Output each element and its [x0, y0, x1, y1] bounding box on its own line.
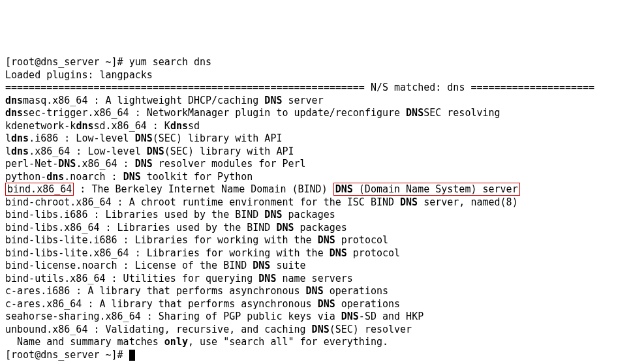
result-pre: l	[5, 145, 11, 157]
result-text: operations	[324, 285, 388, 297]
match-keyword: DNS	[253, 260, 270, 271]
result-text: c-ares.x86_64 : A library that performs …	[5, 298, 318, 310]
match-keyword: DNS	[258, 273, 276, 284]
match-keyword: DNS	[264, 95, 282, 106]
match-keyword: DNS	[147, 145, 164, 157]
result-text: (Domain Name System) server	[353, 183, 518, 195]
command-line: [root@dns_server ~]# yum search dns	[5, 56, 626, 69]
result-text: (SEC) library with API	[164, 145, 294, 157]
result-row: c-ares.i686 : A library that performs as…	[5, 285, 626, 298]
result-text: c-ares.i686 : A library that performs as…	[5, 285, 306, 297]
result-row: perl-Net-DNS.x86_64 : DNS resolver modul…	[5, 158, 626, 171]
match-keyword: DNS	[330, 247, 347, 259]
result-text: -SD and HKP	[359, 311, 423, 322]
result-text: bind-libs.x86_64 : Libraries used by the…	[5, 222, 276, 234]
result-text: toolkit for Python	[141, 171, 253, 183]
result-text: suite	[270, 260, 305, 271]
shell-prompt[interactable]: [root@dns_server ~]#	[5, 349, 129, 361]
match-keyword: DNS	[123, 171, 141, 183]
result-text: seahorse-sharing.x86_64 : Sharing of PGP…	[5, 311, 341, 322]
result-text: server	[282, 95, 323, 106]
match-keyword: dns	[11, 132, 29, 144]
result-text: bind-libs-lite.x86_64 : Libraries for wo…	[5, 247, 330, 259]
result-text: bind-libs-lite.i686 : Libraries for work…	[5, 234, 318, 246]
result-row: bind-libs-lite.x86_64 : Libraries for wo…	[5, 247, 626, 260]
match-keyword: DNS	[306, 285, 324, 297]
separator-right: =====================	[465, 82, 594, 93]
result-text: unbound.x86_64 : Validating, recursive, …	[5, 324, 312, 335]
result-text: bind-libs.i686 : Libraries used by the B…	[5, 209, 264, 220]
result-row: kdenetwork-kdnssd.x86_64 : Kdnssd	[5, 120, 626, 133]
footer-only: only	[164, 336, 188, 348]
result-row: ldns.i686 : Low-level DNS(SEC) library w…	[5, 132, 626, 145]
footer-text: , use "search all" for everything.	[188, 336, 388, 348]
highlight-description: DNS (Domain Name System) server	[333, 183, 520, 196]
match-keyword: dns	[170, 120, 188, 132]
result-pre: python-	[5, 171, 46, 183]
result-text: operations	[335, 298, 400, 310]
result-row: dnssec-trigger.x86_64 : NetworkManager p…	[5, 107, 626, 120]
result-row: seahorse-sharing.x86_64 : Sharing of PGP…	[5, 311, 626, 324]
match-keyword: dns	[5, 107, 23, 119]
result-text: .x86_64 :	[76, 158, 134, 170]
result-text: masq.x86_64 : A lightweight DHCP/caching	[23, 95, 264, 106]
match-keyword: DNS	[264, 209, 282, 220]
match-keyword: DNS	[341, 311, 359, 322]
result-text: : The Berkeley Internet Name Domain (BIN…	[74, 183, 333, 195]
match-keyword: DNS	[276, 222, 294, 234]
result-pre: kdenetwork-k	[5, 120, 76, 132]
match-keyword: DNS	[312, 324, 330, 335]
shell-prompt-line[interactable]: [root@dns_server ~]#	[5, 349, 626, 362]
result-text: protocol	[335, 234, 388, 246]
separator-left: ========================================…	[5, 82, 371, 93]
plugins-line: Loaded plugins: langpacks	[5, 69, 626, 82]
result-text: sd.x86_64 : K	[93, 120, 170, 132]
footer-line: Name and summary matches only, use "sear…	[5, 336, 626, 349]
match-keyword: dns	[5, 95, 23, 106]
result-row: bind-license.noarch : License of the BIN…	[5, 260, 626, 273]
cursor-icon	[129, 350, 135, 361]
match-keyword: dns	[46, 171, 64, 183]
plugins-line: Loaded plugins: langpacks	[5, 69, 153, 81]
result-text: bind-license.noarch : License of the BIN…	[5, 260, 253, 271]
result-row: bind-libs.x86_64 : Libraries used by the…	[5, 222, 626, 235]
result-text: name servers	[276, 273, 352, 284]
result-text: sec-trigger.x86_64 : NetworkManager plug…	[23, 107, 406, 119]
result-text: .x86_64 : Low-level	[29, 145, 147, 157]
result-pre: l	[5, 132, 11, 144]
footer-text: Name and summary matches	[5, 336, 164, 348]
match-keyword: dns	[76, 120, 93, 132]
result-row: python-dns.noarch : DNS toolkit for Pyth…	[5, 171, 626, 184]
result-text: packages	[294, 222, 347, 234]
result-text: .i686 : Low-level	[29, 132, 135, 144]
match-keyword: dns	[11, 145, 29, 157]
result-row: unbound.x86_64 : Validating, recursive, …	[5, 324, 626, 337]
match-keyword: DNS	[400, 196, 418, 208]
result-text: (SEC) resolver	[330, 324, 412, 335]
result-text: protocol	[347, 247, 400, 259]
result-text: bind-utils.x86_64 : Utilities for queryi…	[5, 273, 258, 284]
result-text: SEC resolving	[423, 107, 500, 119]
result-pre: perl-Net-	[5, 158, 58, 170]
match-keyword: DNS	[135, 158, 153, 170]
result-row: ldns.x86_64 : Low-level DNS(SEC) library…	[5, 145, 626, 159]
result-row: bind-libs-lite.i686 : Libraries for work…	[5, 234, 626, 247]
highlight-package-name: bind.x86_64	[5, 183, 74, 196]
result-text: bind-chroot.x86_64 : A chroot runtime en…	[5, 196, 400, 208]
result-text: .noarch :	[64, 171, 123, 183]
result-row: bind-chroot.x86_64 : A chroot runtime en…	[5, 196, 626, 209]
match-keyword: DNS	[335, 183, 353, 195]
result-text: server, named(8)	[418, 196, 518, 208]
result-row: c-ares.x86_64 : A library that performs …	[5, 298, 626, 311]
result-row: bind-utils.x86_64 : Utilities for queryi…	[5, 273, 626, 286]
result-text: resolver modules for Perl	[153, 158, 306, 170]
result-text: packages	[282, 209, 335, 220]
match-separator: ========================================…	[5, 82, 626, 95]
separator-label: N/S matched: dns	[371, 82, 465, 93]
shell-prompt[interactable]: [root@dns_server ~]#	[5, 56, 129, 68]
result-text: sd	[188, 120, 200, 132]
result-text: (SEC) library with API	[153, 132, 283, 144]
shell-command: yum search dns	[129, 56, 211, 68]
result-row: dnsmasq.x86_64 : A lightweight DHCP/cach…	[5, 95, 626, 108]
match-keyword: DNS	[406, 107, 423, 119]
